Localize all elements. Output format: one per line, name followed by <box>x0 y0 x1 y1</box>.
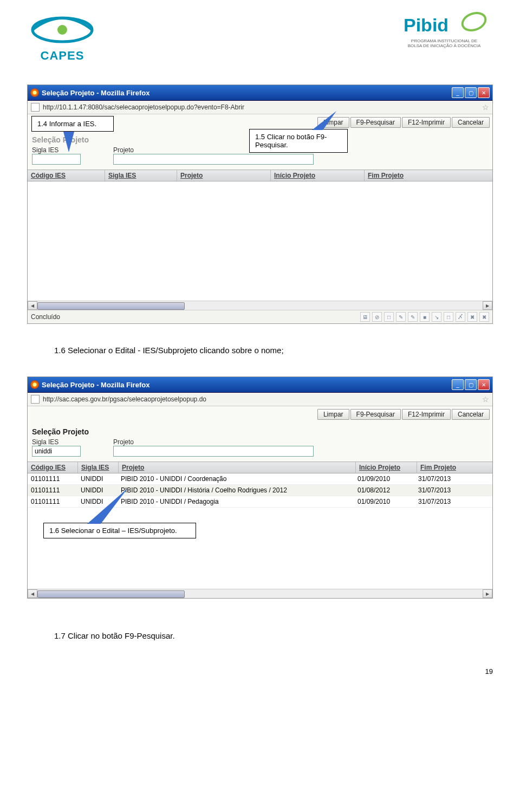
tab-icon <box>31 103 40 112</box>
input-sigla-ies[interactable] <box>32 154 81 165</box>
td-codigo: 01101111 <box>28 496 77 507</box>
f9-pesquisar-button[interactable]: F9-Pesquisar <box>350 409 401 420</box>
scroll-right-icon[interactable]: ▶ <box>483 589 492 598</box>
input-sigla-ies[interactable] <box>32 446 81 457</box>
th-inicio[interactable]: Início Projeto <box>356 462 417 473</box>
td-inicio: 01/08/2012 <box>354 485 415 496</box>
table-row[interactable]: 01101111UNIDDIPIBID 2010 - UNIDDI / Coor… <box>28 473 492 485</box>
window-title: Seleção Projeto - Mozilla Firefox <box>42 89 150 97</box>
svg-marker-5 <box>312 111 336 130</box>
f9-pesquisar-button[interactable]: F9-Pesquisar <box>350 117 401 128</box>
window-title: Seleção Projeto - Mozilla Firefox <box>42 381 150 389</box>
td-inicio: 01/09/2010 <box>354 473 415 484</box>
table-header: Código IES Sigla IES Projeto Início Proj… <box>28 170 492 181</box>
td-sigla: UNIDDI <box>77 473 118 484</box>
td-projeto: PIBID 2010 - UNIDDI / Pedagogia <box>118 496 354 507</box>
limpar-button[interactable]: Limpar <box>317 409 349 420</box>
firefox-icon <box>30 380 39 389</box>
td-codigo: 01101111 <box>28 473 77 484</box>
statusbar: Concluído 🖥 ⊘ □ ✎ ✎ ■ ↘ □ 〆 ✖ ✖ <box>28 310 492 323</box>
th-codigo[interactable]: Código IES <box>28 170 105 181</box>
bookmark-star-icon[interactable]: ☆ <box>482 103 489 112</box>
status-icon: ↘ <box>432 312 441 322</box>
minimize-button[interactable]: _ <box>452 87 464 98</box>
url-text: http://10.1.1.47:8080/sac/selecaoprojeto… <box>43 103 244 111</box>
status-icon: ✖ <box>467 312 477 322</box>
svg-point-2 <box>460 11 487 34</box>
close-button[interactable]: ✕ <box>478 379 490 390</box>
status-icon: □ <box>384 312 394 322</box>
section-title: Seleção Projeto <box>32 425 488 438</box>
minimize-button[interactable]: _ <box>452 379 464 390</box>
th-fim[interactable]: Fim Projeto <box>365 170 492 181</box>
logo-capes: CAPES <box>27 11 98 63</box>
th-sigla[interactable]: Sigla IES <box>78 462 119 473</box>
label-projeto: Projeto <box>113 438 314 446</box>
callout-1-6: 1.6 Selecionar o Edital – IES/Subprojeto… <box>43 523 196 538</box>
input-projeto[interactable] <box>113 154 314 165</box>
td-codigo: 01101111 <box>28 485 77 496</box>
status-icon: ✎ <box>396 312 406 322</box>
svg-marker-4 <box>63 132 74 152</box>
callout-1-4: 1.4 Informar a IES. <box>31 116 114 132</box>
address-bar: http://10.1.1.47:8080/sac/selecaoprojeto… <box>28 101 492 114</box>
instruction-1-6: 1.6 Selecionar o Edital - IES/Subprojeto… <box>54 346 493 355</box>
maximize-button[interactable]: ▢ <box>465 87 477 98</box>
instruction-1-7: 1.7 Clicar no botão F9-Pesquisar. <box>54 631 493 640</box>
td-fim: 31/07/2013 <box>415 496 492 507</box>
scroll-left-icon[interactable]: ◀ <box>28 589 37 598</box>
bookmark-star-icon[interactable]: ☆ <box>482 395 489 404</box>
titlebar: Seleção Projeto - Mozilla Firefox _ ▢ ✕ <box>28 377 492 393</box>
cancelar-button[interactable]: Cancelar <box>452 409 490 420</box>
page-header: CAPES Pibid PROGRAMA INSTITUCIONAL DE BO… <box>27 11 493 85</box>
td-inicio: 01/09/2010 <box>354 496 415 507</box>
status-icon: ✎ <box>408 312 418 322</box>
status-icon: ⊘ <box>372 312 382 322</box>
scroll-left-icon[interactable]: ◀ <box>28 301 37 310</box>
th-inicio[interactable]: Início Projeto <box>271 170 365 181</box>
th-projeto[interactable]: Projeto <box>119 462 356 473</box>
status-icon: 〆 <box>456 312 465 322</box>
firefox-icon <box>30 88 39 97</box>
f12-imprimir-button[interactable]: F12-Imprimir <box>402 409 451 420</box>
cancelar-button[interactable]: Cancelar <box>452 117 490 128</box>
status-icon: □ <box>444 312 453 322</box>
table-header: Código IES Sigla IES Projeto Início Proj… <box>28 462 492 473</box>
svg-marker-6 <box>87 488 128 524</box>
page-number: 19 <box>27 667 493 675</box>
th-fim[interactable]: Fim Projeto <box>417 462 492 473</box>
svg-text:Pibid: Pibid <box>404 15 448 35</box>
maximize-button[interactable]: ▢ <box>465 379 477 390</box>
close-button[interactable]: ✕ <box>478 87 490 98</box>
callout-1-5: 1.5 Clicar no botão F9- Pesquisar. <box>249 129 348 153</box>
toolbar: Limpar F9-Pesquisar F12-Imprimir Cancela… <box>28 406 492 423</box>
td-projeto: PIBID 2010 - UNIDDI / História / Coelho … <box>118 485 354 496</box>
td-fim: 31/07/2013 <box>415 485 492 496</box>
pibid-sub2: BOLSA DE INICIAÇÃO À DOCÊNCIA <box>408 44 481 49</box>
label-sigla-ies: Sigla IES <box>32 438 81 446</box>
table-body-empty <box>28 181 492 301</box>
address-bar: http://sac.capes.gov.br/pgsac/selecaopro… <box>28 393 492 406</box>
svg-point-1 <box>57 25 67 35</box>
th-sigla[interactable]: Sigla IES <box>105 170 177 181</box>
f12-imprimir-button[interactable]: F12-Imprimir <box>402 117 451 128</box>
td-fim: 31/07/2013 <box>415 473 492 484</box>
scrollbar[interactable]: ◀ ▶ <box>28 301 492 310</box>
tab-icon <box>31 395 40 404</box>
status-text: Concluído <box>31 313 60 321</box>
scrollbar[interactable]: ◀ ▶ <box>28 589 492 598</box>
input-projeto[interactable] <box>113 446 314 457</box>
status-icon: ✖ <box>479 312 489 322</box>
scroll-right-icon[interactable]: ▶ <box>483 301 492 310</box>
th-projeto[interactable]: Projeto <box>177 170 271 181</box>
window-2: Seleção Projeto - Mozilla Firefox _ ▢ ✕ … <box>27 376 493 599</box>
th-codigo[interactable]: Código IES <box>28 462 78 473</box>
td-projeto: PIBID 2010 - UNIDDI / Coordenação <box>118 473 354 484</box>
status-icon: ■ <box>420 312 430 322</box>
url-text: http://sac.capes.gov.br/pgsac/selecaopro… <box>43 395 206 403</box>
status-icon: 🖥 <box>360 312 370 322</box>
capes-text: CAPES <box>41 49 84 63</box>
logo-pibid: Pibid PROGRAMA INSTITUCIONAL DE BOLSA DE… <box>401 11 487 49</box>
titlebar: Seleção Projeto - Mozilla Firefox _ ▢ ✕ <box>28 85 492 101</box>
